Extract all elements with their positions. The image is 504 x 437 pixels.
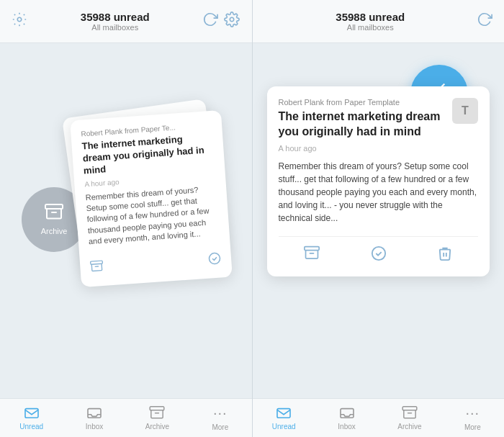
right-tab-more[interactable]: ··· More <box>441 399 504 437</box>
detail-body: Remember this dream of yours? Setup some… <box>279 160 479 225</box>
detail-avatar: T <box>452 98 478 124</box>
check-detail-icon[interactable] <box>371 245 387 265</box>
archive-tab-icon-left <box>149 406 165 420</box>
svg-rect-7 <box>25 408 38 418</box>
more-tab-icon-left: ··· <box>213 405 228 421</box>
inbox-tab-icon-right <box>339 406 355 420</box>
right-header-subtitle: All mailboxes <box>336 23 405 32</box>
svg-rect-10 <box>305 246 319 250</box>
card-front-subject: The internet marketing dream you origina… <box>81 132 215 177</box>
right-tab-unread-label: Unread <box>272 423 296 431</box>
unread-tab-icon-right <box>276 406 292 420</box>
left-panel: 35988 unread All mailboxes <box>0 0 253 437</box>
refresh-icon-left[interactable] <box>202 12 218 31</box>
right-panel: 35988 unread All mailboxes Read <box>253 0 505 437</box>
svg-point-6 <box>209 253 220 264</box>
svg-rect-12 <box>277 408 290 418</box>
svg-point-0 <box>17 17 22 22</box>
svg-rect-14 <box>402 406 417 410</box>
detail-header-row: Robert Plank from Paper Template The int… <box>279 98 479 160</box>
left-panel-content: Archive Robert Plank from Paper Te... Th… <box>0 43 252 398</box>
left-header-subtitle: All mailboxes <box>81 23 150 32</box>
trash-detail-icon[interactable] <box>438 245 452 265</box>
left-tab-inbox-label: Inbox <box>86 423 103 431</box>
card-front-preview: Remember this dream of yours? Setup some… <box>85 183 220 247</box>
archive-tab-icon-right <box>402 406 418 420</box>
right-tab-archive[interactable]: Archive <box>378 399 441 437</box>
left-tab-more[interactable]: ··· More <box>189 399 251 437</box>
more-tab-icon-right: ··· <box>465 405 480 421</box>
left-tab-archive[interactable]: Archive <box>126 399 189 437</box>
unread-tab-icon-left <box>24 406 40 420</box>
left-header-title: 35988 unread <box>81 11 150 23</box>
left-header: 35988 unread All mailboxes <box>0 0 252 43</box>
left-tab-bar: Unread Inbox <box>0 398 252 437</box>
archive-detail-icon[interactable] <box>304 245 320 265</box>
right-tab-bar: Unread Inbox <box>253 398 505 437</box>
right-tab-inbox[interactable]: Inbox <box>315 399 378 437</box>
right-header-title: 35988 unread <box>336 11 405 23</box>
check-front-icon[interactable] <box>207 251 221 268</box>
card-front-actions <box>89 245 222 276</box>
detail-time: A hour ago <box>279 144 453 153</box>
svg-rect-5 <box>91 261 103 264</box>
archive-front-icon[interactable] <box>90 260 104 276</box>
detail-actions <box>279 236 479 265</box>
right-tab-unread[interactable]: Unread <box>253 399 315 437</box>
left-tab-inbox[interactable]: Inbox <box>63 399 125 437</box>
email-card-front: Robert Plank from Paper Te... The intern… <box>70 110 233 287</box>
gear-icon-left[interactable] <box>224 12 240 31</box>
detail-sender: Robert Plank from Paper Template <box>279 98 453 107</box>
svg-rect-2 <box>45 204 63 209</box>
left-header-center: 35988 unread All mailboxes <box>81 11 150 32</box>
left-tab-more-label: More <box>212 423 228 431</box>
settings-icon-left[interactable] <box>12 12 27 31</box>
right-panel-content: Read Robert Plank from Paper Template Th… <box>253 43 505 398</box>
left-tab-archive-label: Archive <box>145 423 169 431</box>
email-detail-card: Robert Plank from Paper Template The int… <box>267 86 490 276</box>
right-header: 35988 unread All mailboxes <box>253 0 505 43</box>
left-tab-unread[interactable]: Unread <box>0 399 63 437</box>
app-container: 35988 unread All mailboxes <box>0 0 504 437</box>
inbox-tab-icon-left <box>86 406 102 420</box>
right-tab-more-label: More <box>464 423 481 431</box>
svg-point-11 <box>372 246 385 259</box>
svg-point-1 <box>230 17 235 22</box>
archive-label: Archive <box>41 227 68 235</box>
left-tab-unread-label: Unread <box>19 423 43 431</box>
right-tab-archive-label: Archive <box>397 423 421 431</box>
archive-icon <box>45 204 63 224</box>
detail-subject: The internet marketing dream you origina… <box>279 109 453 140</box>
refresh-icon-right[interactable] <box>477 12 492 31</box>
svg-rect-9 <box>150 406 165 410</box>
right-tab-inbox-label: Inbox <box>338 423 355 431</box>
right-header-center: 35988 unread All mailboxes <box>336 11 405 32</box>
